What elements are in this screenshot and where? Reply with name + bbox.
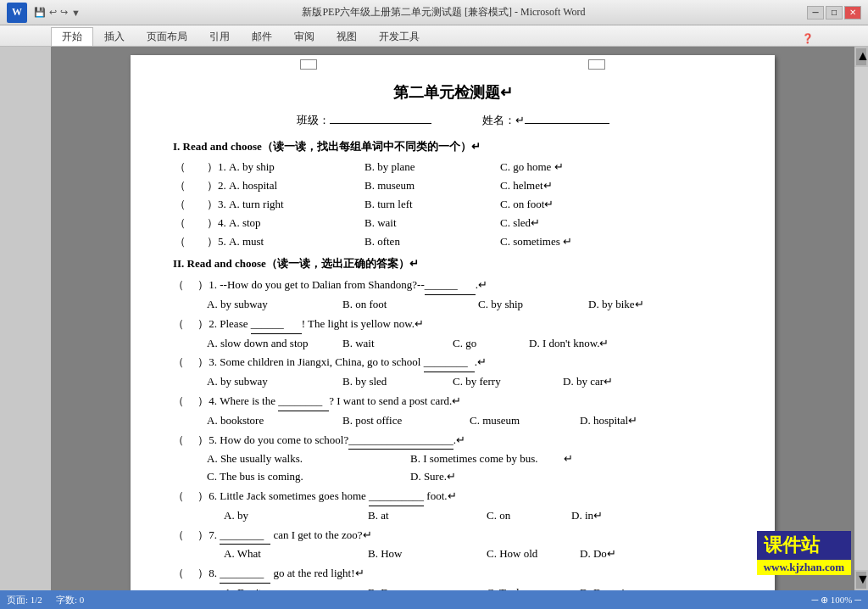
tab-review[interactable]: 审阅	[283, 27, 326, 46]
quick-menu[interactable]: ▼	[71, 8, 81, 18]
document-area[interactable]: 第二单元检测题↵ 班级： 姓名：↵ I. Read and choose（读一读…	[51, 47, 854, 590]
q2-4: （ ）4. Where is the ________? I want to s…	[173, 393, 732, 430]
window-controls: ─ □ ✕	[807, 6, 861, 20]
tab-layout[interactable]: 页面布局	[136, 27, 198, 46]
q2-4-options: A. bookstore B. post office C. museum D.…	[173, 412, 732, 430]
section2: II. Read and choose（读一读，选出正确的答案）↵ （ ）1. …	[173, 255, 732, 590]
q2-5-options-a: A. She usually walks. B. I sometimes com…	[173, 450, 732, 468]
name-label: 姓名：↵	[482, 112, 609, 130]
quick-undo[interactable]: ↩	[49, 7, 57, 18]
header-line: 班级： 姓名：↵	[173, 112, 732, 130]
ribbon-tabs: 开始 插入 页面布局 引用 邮件 审阅 视图 开发工具 ❓	[0, 25, 868, 46]
tab-home[interactable]: 开始	[51, 27, 93, 46]
q1-1: （ ）1. A. by ship B. by plane C. go home …	[173, 159, 732, 176]
q1-2: （ ）2. A. hospital B. museum C. helmet↵	[173, 177, 732, 195]
quick-save[interactable]: 💾	[34, 7, 46, 18]
watermark: 课件站 www.kjzhan.com	[757, 531, 851, 575]
scroll-up[interactable]: ▲	[856, 48, 866, 65]
ribbon: 开始 插入 页面布局 引用 邮件 审阅 视图 开发工具 ❓	[0, 25, 868, 47]
quick-redo[interactable]: ↪	[60, 7, 68, 18]
word-count: 字数: 0	[56, 594, 84, 606]
tab-mail[interactable]: 邮件	[241, 27, 283, 46]
main-area: 第二单元检测题↵ 班级： 姓名：↵ I. Read and choose（读一读…	[0, 47, 868, 590]
scroll-down[interactable]: ▼	[856, 572, 866, 589]
page-title: 第二单元检测题↵	[173, 81, 732, 105]
q2-1: （ ）1. --How do you get to Dalian from Sh…	[173, 277, 732, 314]
restore-button[interactable]: □	[826, 6, 843, 20]
q2-8-options: A. Don't B. Do C. To do D. Does↵	[173, 584, 732, 590]
title-bar-left: W 💾 ↩ ↪ ▼	[7, 3, 81, 23]
tab-insert[interactable]: 插入	[93, 27, 136, 46]
window-title: 新版PEP六年级上册第二单元测试题 [兼容模式] - Microsoft Wor…	[302, 5, 585, 20]
title-bar: W 💾 ↩ ↪ ▼ 新版PEP六年级上册第二单元测试题 [兼容模式] - Mic…	[0, 0, 868, 25]
q2-7-options: A. What B. How C. How old D. Do↵	[173, 545, 732, 563]
help-icon[interactable]: ❓	[798, 31, 817, 46]
minimize-button[interactable]: ─	[807, 6, 824, 20]
q2-3: （ ）3. Some children in Jiangxi, China, g…	[173, 354, 732, 391]
section1: I. Read and choose（读一读，找出每组单词中不同类的一个）↵ （…	[173, 138, 732, 251]
q2-1-options: A. by subway B. on foot C. by ship D. by…	[173, 296, 732, 314]
q2-3-options: A. by subway B. by sled C. by ferry D. b…	[173, 373, 732, 391]
class-label: 班级：	[297, 112, 431, 130]
app-icon: W	[7, 3, 27, 23]
q1-3: （ ）3. A. turn right B. turn left C. on f…	[173, 196, 732, 214]
q2-8: （ ）8. ________ go at the red light!↵ A. …	[173, 565, 732, 590]
watermark-title: 课件站	[757, 531, 851, 560]
page-mark-left	[300, 59, 317, 70]
q1-5: （ ）5. A. must B. often C. sometimes ↵	[173, 233, 732, 251]
right-panel: ▲ ▼	[854, 47, 868, 590]
tab-references[interactable]: 引用	[198, 27, 241, 46]
close-button[interactable]: ✕	[844, 6, 861, 20]
document-page: 第二单元检测题↵ 班级： 姓名：↵ I. Read and choose（读一读…	[131, 55, 775, 590]
page-count: 页面: 1/2	[7, 594, 42, 606]
q2-5: （ ）5. How do you come to school?________…	[173, 432, 732, 486]
tab-view[interactable]: 视图	[326, 27, 368, 46]
section1-title: I. Read and choose（读一读，找出每组单词中不同类的一个）↵	[173, 138, 732, 156]
q1-4: （ ）4. A. stop B. wait C. sled↵	[173, 215, 732, 232]
q2-7: （ ）7. ________ can I get to the zoo?↵ A.…	[173, 527, 732, 564]
status-bar: 页面: 1/2 字数: 0 ─ ⊕ 100% ─	[0, 590, 868, 609]
scroll-track[interactable]	[854, 67, 868, 570]
zoom-controls[interactable]: ─ ⊕ 100% ─	[812, 595, 862, 606]
q2-6: （ ）6. Little Jack sometimes goes home __…	[173, 488, 732, 525]
left-ruler	[0, 47, 51, 590]
q2-2-options: A. slow down and stop B. wait C. go D. I…	[173, 335, 732, 353]
q2-2: （ ）2. Please ______! The light is yellow…	[173, 316, 732, 353]
tab-developer[interactable]: 开发工具	[368, 27, 431, 46]
page-mark-right	[588, 59, 605, 70]
q2-5-options-b: C. The bus is coming. D. Sure.↵	[173, 468, 732, 486]
q2-6-options: A. by B. at C. on D. in↵	[173, 507, 732, 525]
watermark-url: www.kjzhan.com	[757, 560, 851, 575]
section2-title: II. Read and choose（读一读，选出正确的答案）↵	[173, 255, 732, 273]
